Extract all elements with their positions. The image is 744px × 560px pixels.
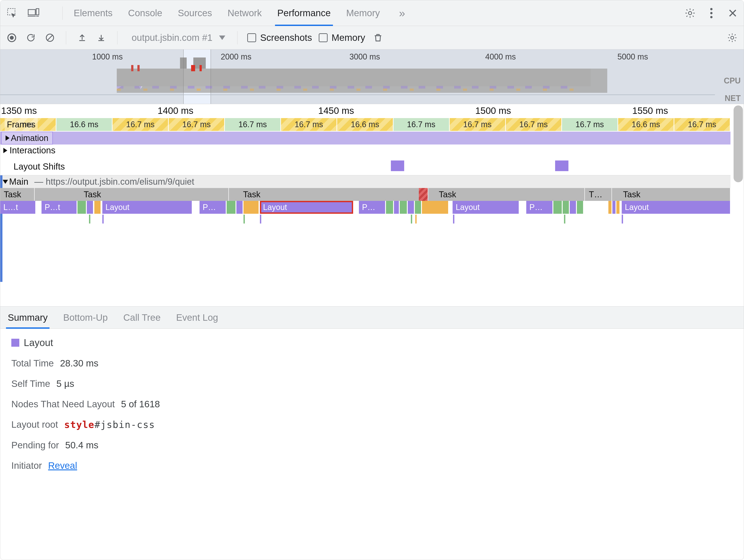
flame-slice[interactable] xyxy=(612,201,616,214)
task-block[interactable]: T… xyxy=(585,188,612,201)
layout-shifts-track[interactable]: Layout Shifts xyxy=(0,159,731,173)
element-picker-icon[interactable] xyxy=(5,6,19,20)
tab-elements[interactable]: Elements xyxy=(74,0,113,26)
capture-settings-gear-icon[interactable] xyxy=(726,32,739,44)
flame-slice[interactable] xyxy=(617,201,620,214)
flame-tick xyxy=(415,215,417,224)
time-tick: 1400 ms xyxy=(158,105,193,116)
interactions-track[interactable]: Interactions xyxy=(0,145,731,159)
flame-tick xyxy=(244,215,245,224)
flame-slice[interactable] xyxy=(570,201,576,214)
upload-icon[interactable] xyxy=(76,32,88,44)
trash-icon[interactable] xyxy=(372,32,384,44)
frame-block[interactable]: 16.7 ms xyxy=(113,118,169,131)
task-block[interactable]: Task xyxy=(0,188,35,201)
flame-slice[interactable]: P… xyxy=(359,201,385,214)
tab-bottom-up[interactable]: Bottom-Up xyxy=(63,306,108,329)
flame-slice[interactable] xyxy=(422,201,449,214)
frame-block[interactable]: 16.6 ms xyxy=(57,118,113,131)
main-track-header[interactable]: Main — https://output.jsbin.com/elisum/9… xyxy=(0,175,731,188)
svg-rect-1 xyxy=(28,9,35,15)
scrollbar-thumb[interactable] xyxy=(734,105,743,182)
flame-row[interactable]: L…tP…tLayoutP…LayoutP…LayoutP…Layout xyxy=(0,201,731,214)
flame-slice[interactable] xyxy=(87,201,94,214)
flame-slice[interactable] xyxy=(244,201,259,214)
flame-tick xyxy=(89,215,90,224)
frame-block[interactable]: 16.7 ms xyxy=(562,118,618,131)
frame-block[interactable]: 16.7 ms xyxy=(506,118,562,131)
download-icon[interactable] xyxy=(95,32,107,44)
flame-slice[interactable]: L…t xyxy=(0,201,36,214)
flame-slice[interactable]: Layout xyxy=(453,201,519,214)
tab-call-tree[interactable]: Call Tree xyxy=(123,306,160,329)
flame-slice[interactable] xyxy=(236,201,243,214)
tab-console[interactable]: Console xyxy=(128,0,162,26)
flame-slice[interactable] xyxy=(77,201,86,214)
flame-slice[interactable]: Layout xyxy=(102,201,192,214)
checkbox-icon xyxy=(319,33,328,42)
flame-slice[interactable] xyxy=(408,201,414,214)
frame-block[interactable]: 16.7 ms xyxy=(450,118,506,131)
kebab-menu-icon[interactable] xyxy=(705,6,718,20)
tab-performance[interactable]: Performance xyxy=(277,0,331,26)
tabs-overflow-icon[interactable]: » xyxy=(395,0,409,26)
reload-icon[interactable] xyxy=(25,32,37,44)
animation-track[interactable]: Animation xyxy=(0,132,731,145)
time-tick: 1450 ms xyxy=(318,105,354,116)
layout-shift-block[interactable] xyxy=(555,160,568,171)
flame-slice[interactable] xyxy=(563,201,569,214)
flame-slice[interactable] xyxy=(415,201,421,214)
reveal-link[interactable]: Reveal xyxy=(48,460,77,471)
flame-slice[interactable]: Layout xyxy=(260,201,353,214)
frames-track[interactable]: Frames ms16.6 ms16.7 ms16.7 ms16.7 ms16.… xyxy=(0,118,731,131)
flame-ticks-row xyxy=(0,215,731,224)
frame-block[interactable]: 16.7 ms xyxy=(674,118,731,131)
tab-event-log[interactable]: Event Log xyxy=(176,306,218,329)
task-block[interactable]: Task xyxy=(620,188,731,201)
tab-network[interactable]: Network xyxy=(227,0,262,26)
target-origin-dropdown[interactable]: output.jsbin.com #1 xyxy=(127,32,227,43)
flame-slice[interactable]: P… xyxy=(199,201,226,214)
tasks-row[interactable]: TaskTaskTaskTaskT…Task xyxy=(0,188,731,201)
close-devtools-icon[interactable] xyxy=(726,6,739,20)
clear-icon[interactable] xyxy=(44,32,56,44)
flame-slice[interactable]: P… xyxy=(526,201,553,214)
memory-checkbox[interactable]: Memory xyxy=(319,32,365,43)
flame-slice[interactable] xyxy=(227,201,236,214)
flame-slice[interactable]: Layout xyxy=(622,201,731,214)
expand-icon xyxy=(3,148,7,153)
task-block[interactable]: Task xyxy=(80,188,229,201)
frame-block[interactable]: 16.6 ms xyxy=(337,118,393,131)
frame-block[interactable]: 16.7 ms xyxy=(225,118,281,131)
flame-slice[interactable]: P…t xyxy=(41,201,77,214)
flame-tick xyxy=(411,215,412,224)
frame-block[interactable]: 16.7 ms xyxy=(394,118,450,131)
tab-sources[interactable]: Sources xyxy=(178,0,212,26)
flame-slice[interactable] xyxy=(386,201,394,214)
timeline-overview[interactable]: 1000 ms 2000 ms 3000 ms 4000 ms 5000 ms … xyxy=(0,49,744,104)
settings-gear-icon[interactable] xyxy=(683,6,697,20)
tab-summary[interactable]: Summary xyxy=(8,306,48,329)
record-icon[interactable] xyxy=(5,32,18,44)
flame-tick xyxy=(453,215,454,224)
flame-chart[interactable]: 1350 ms 1400 ms 1450 ms 1500 ms 1550 ms … xyxy=(0,104,744,306)
tab-memory[interactable]: Memory xyxy=(346,0,380,26)
frame-block[interactable]: 16.7 ms xyxy=(169,118,225,131)
flame-slice[interactable] xyxy=(94,201,101,214)
task-block[interactable]: Task xyxy=(435,188,585,201)
layout-shift-block[interactable] xyxy=(391,160,404,171)
devtools-tabstrip: Elements Console Sources Network Perform… xyxy=(0,0,744,26)
task-block[interactable]: Task xyxy=(239,188,428,201)
frame-block[interactable]: 16.6 ms xyxy=(618,118,674,131)
screenshots-checkbox[interactable]: Screenshots xyxy=(247,32,312,43)
device-toolbar-icon[interactable] xyxy=(27,6,40,20)
event-color-swatch xyxy=(11,339,19,347)
flame-slice[interactable] xyxy=(553,201,562,214)
flame-slice[interactable] xyxy=(400,201,407,214)
flame-slice[interactable] xyxy=(608,201,612,214)
flame-slice[interactable] xyxy=(394,201,399,214)
net-label: NET xyxy=(725,94,741,103)
frame-block[interactable]: 16.7 ms xyxy=(281,118,337,131)
target-origin-label: output.jsbin.com #1 xyxy=(132,32,213,43)
flame-slice[interactable] xyxy=(577,201,584,214)
